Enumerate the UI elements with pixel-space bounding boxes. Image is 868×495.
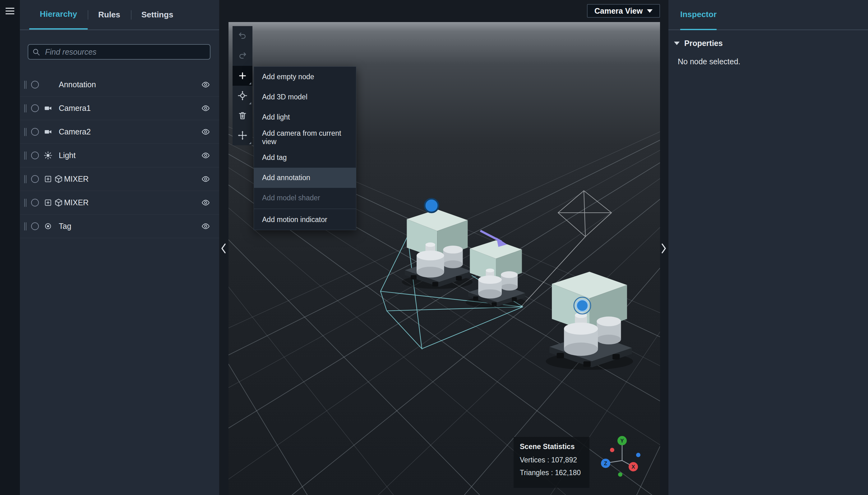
hierarchy-row-tag[interactable]: Tag (20, 215, 219, 238)
properties-section-header[interactable]: Properties (668, 30, 868, 48)
magnifier-icon (32, 48, 41, 56)
properties-label: Properties (684, 39, 723, 48)
drag-handle[interactable] (24, 175, 25, 183)
collapse-triangle-icon (674, 41, 679, 45)
radio-button[interactable] (31, 175, 39, 183)
move-tool-button[interactable] (232, 125, 252, 145)
undo-button[interactable] (232, 26, 252, 46)
tab-rules[interactable]: Rules (88, 0, 131, 30)
triangles-count: Triangles : 162,180 (520, 468, 583, 477)
add-object-button[interactable] (232, 66, 252, 86)
inspector-panel: Inspector Properties No node selected. (668, 0, 868, 495)
drag-handle[interactable] (24, 128, 25, 136)
scene-statistics-title: Scene Statistics (520, 443, 583, 451)
axis-z-label: Z (604, 461, 607, 466)
radio-button[interactable] (31, 81, 39, 88)
left-panel-tabs: Hierarchy Rules Settings (20, 0, 219, 30)
node-label: MIXER (64, 198, 199, 207)
visibility-eye-icon[interactable] (199, 172, 212, 186)
tab-hierarchy[interactable]: Hierarchy (29, 0, 88, 30)
no-node-selected-message: No node selected. (678, 57, 868, 66)
visibility-eye-icon[interactable] (199, 196, 212, 210)
hierarchy-row-light[interactable]: Light (20, 144, 219, 167)
cube-icon (54, 175, 63, 183)
visibility-eye-icon[interactable] (199, 102, 212, 115)
delete-button[interactable] (232, 106, 252, 125)
hierarchy-list: Annotation Camera1 Camera2 Light (20, 73, 219, 238)
axis-neg-dot-blue (636, 453, 640, 457)
tab-inspector[interactable]: Inspector (680, 0, 717, 30)
vertices-count: Vertices : 107,892 (520, 456, 583, 464)
node-label: Annotation (59, 80, 199, 89)
radio-button[interactable] (31, 128, 39, 136)
hierarchy-row-mixer1[interactable]: MIXER (20, 167, 219, 191)
target-icon (44, 222, 52, 231)
collapse-left-panel-arrow[interactable] (219, 242, 228, 255)
transform-gizmo-button[interactable] (232, 86, 252, 106)
camera-view-label: Camera View (594, 6, 643, 16)
video-camera-icon (44, 127, 52, 136)
hierarchy-row-annotation[interactable]: Annotation (20, 73, 219, 97)
mixer-model-right[interactable] (546, 272, 633, 370)
radio-button[interactable] (31, 222, 39, 230)
hierarchy-panel: Hierarchy Rules Settings Annotation Came… (20, 0, 219, 495)
video-camera-icon (44, 104, 52, 113)
drag-handle[interactable] (24, 222, 25, 231)
menu-divider (254, 209, 356, 209)
axis-neg-dot-red (610, 448, 614, 452)
menu-item-add-camera-from-current-view[interactable]: Add camera from current view (254, 127, 356, 148)
redo-button[interactable] (232, 46, 252, 66)
hierarchy-row-camera1[interactable]: Camera1 (20, 97, 219, 120)
mixer-model-left[interactable] (402, 209, 473, 289)
menu-item-add-tag[interactable]: Add tag (254, 148, 356, 168)
node-label: Camera2 (59, 127, 199, 136)
menu-item-add-empty-node[interactable]: Add empty node (254, 67, 356, 87)
tab-settings[interactable]: Settings (131, 0, 184, 30)
tag-marker-selected[interactable] (574, 297, 591, 314)
menu-item-add-light[interactable]: Add light (254, 107, 356, 127)
tag-marker[interactable] (425, 199, 438, 212)
collapse-right-panel-arrow[interactable] (660, 242, 668, 255)
hamburger-menu-icon[interactable] (0, 0, 20, 22)
component-icon (44, 175, 52, 183)
visibility-eye-icon[interactable] (199, 149, 212, 163)
mixer-model-middle[interactable] (466, 240, 526, 308)
axis-neg-dot-green (618, 472, 622, 477)
node-label: Light (59, 151, 199, 160)
node-label: Camera1 (59, 104, 199, 113)
radio-button[interactable] (31, 152, 39, 159)
component-icon (44, 199, 52, 207)
camera-view-dropdown[interactable]: Camera View (587, 4, 660, 18)
drag-handle[interactable] (24, 152, 25, 160)
drag-handle[interactable] (24, 104, 25, 113)
menu-item-add-3d-model[interactable]: Add 3D model (254, 87, 356, 107)
visibility-eye-icon[interactable] (199, 125, 212, 139)
axis-y-label: Y (620, 438, 624, 444)
axis-orientation-gizmo[interactable]: Y Z X (589, 432, 655, 494)
add-object-context-menu: Add empty node Add 3D model Add light Ad… (254, 66, 356, 230)
menu-item-add-annotation[interactable]: Add annotation (254, 168, 356, 188)
hierarchy-row-camera2[interactable]: Camera2 (20, 120, 219, 144)
radio-button[interactable] (31, 104, 39, 112)
radio-button[interactable] (31, 199, 39, 206)
viewport-column: Add empty node Add 3D model Add light Ad… (219, 0, 668, 495)
search-container (28, 44, 211, 59)
menu-item-add-model-shader[interactable]: Add model shader (254, 188, 356, 208)
node-label: MIXER (64, 174, 199, 184)
drag-handle[interactable] (24, 81, 25, 89)
hierarchy-row-mixer2[interactable]: MIXER (20, 191, 219, 215)
sun-icon (44, 151, 52, 160)
search-input[interactable] (28, 44, 211, 59)
caret-down-icon (647, 9, 653, 13)
inspector-header: Inspector (668, 0, 868, 30)
activity-strip (0, 0, 20, 495)
menu-item-add-motion-indicator[interactable]: Add motion indicator (254, 210, 356, 230)
3d-viewport[interactable]: Add empty node Add 3D model Add light Ad… (229, 22, 660, 495)
drag-handle[interactable] (24, 199, 25, 207)
scene-statistics-panel: Scene Statistics Vertices : 107,892 Tria… (513, 437, 589, 488)
scene-toolbar (232, 26, 252, 145)
axis-x-label: X (632, 464, 635, 470)
node-label: Tag (59, 222, 199, 231)
visibility-eye-icon[interactable] (199, 220, 212, 233)
visibility-eye-icon[interactable] (199, 78, 212, 91)
